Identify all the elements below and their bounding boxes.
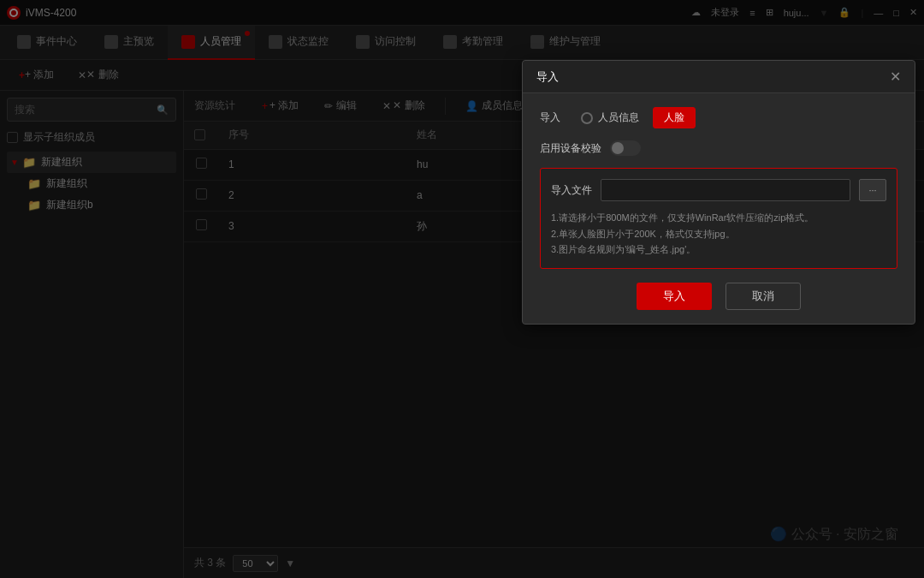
import-file-input[interactable] — [601, 179, 850, 201]
import-type-group: 导入 人员信息 人脸 — [540, 107, 897, 128]
option-face-label: 人脸 — [664, 110, 684, 125]
option-personnel-label: 人员信息 — [598, 110, 639, 125]
toggle-thumb — [612, 142, 624, 154]
import-hint-1: 1.请选择小于800M的文件，仅支持WinRar软件压缩的zip格式。 — [551, 210, 886, 226]
device-verify-row: 启用设备校验 — [540, 140, 897, 156]
import-file-label: 导入文件 — [551, 183, 592, 198]
import-file-section: 导入文件 ··· 1.请选择小于800M的文件，仅支持WinRar软件压缩的zi… — [540, 168, 897, 269]
dialog-cancel-button[interactable]: 取消 — [726, 283, 801, 310]
option-face[interactable]: 人脸 — [653, 107, 696, 128]
dialog-import-button[interactable]: 导入 — [637, 283, 712, 310]
dialog-footer: 导入 取消 — [540, 283, 897, 310]
import-dialog: 导入 ✕ 导入 人员信息 人脸 启用设备校验 导入文件 — [522, 60, 915, 325]
dialog-title: 导入 — [536, 69, 890, 85]
import-type-label: 导入 — [540, 110, 560, 125]
radio-circle-personnel — [581, 112, 593, 124]
dialog-close-button[interactable]: ✕ — [890, 70, 901, 84]
import-hint-2: 2.单张人脸图片小于200K，格式仅支持jpg。 — [551, 226, 886, 242]
import-hint-3: 3.图片命名规则为'编号_姓名.jpg'。 — [551, 241, 886, 258]
dialog-header: 导入 ✕ — [523, 61, 915, 93]
option-personnel-info[interactable]: 人员信息 — [581, 110, 639, 125]
import-hints: 1.请选择小于800M的文件，仅支持WinRar软件压缩的zip格式。 2.单张… — [551, 210, 886, 258]
device-verify-toggle[interactable] — [610, 140, 641, 156]
device-verify-label: 启用设备校验 — [540, 141, 601, 156]
dialog-body: 导入 人员信息 人脸 启用设备校验 导入文件 ··· 1.请选择 — [523, 93, 915, 324]
import-file-row: 导入文件 ··· — [551, 179, 886, 201]
browse-file-button[interactable]: ··· — [859, 179, 886, 201]
